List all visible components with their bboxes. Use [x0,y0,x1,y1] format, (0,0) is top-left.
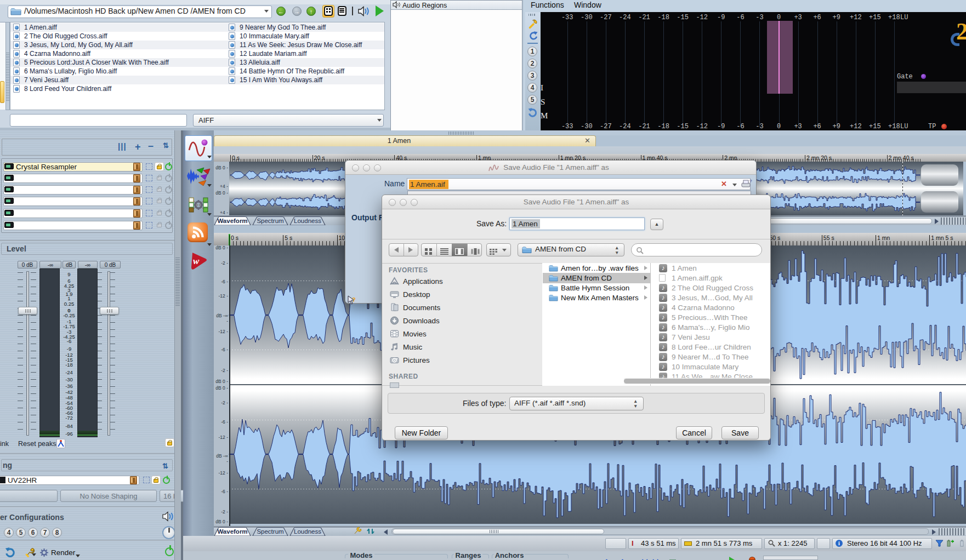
svg-text:Waveform: Waveform [217,218,247,224]
svg-text:Spectrum: Spectrum [257,528,283,535]
svg-text:Loudness: Loudness [294,528,321,535]
svg-text:Spectrum: Spectrum [257,218,283,224]
svg-text:Waveform: Waveform [217,528,247,535]
svg-text:w: w [193,256,200,266]
svg-text:Loudness: Loudness [294,218,321,224]
svg-text:?: ? [749,179,752,184]
svg-text:?: ? [352,296,356,303]
